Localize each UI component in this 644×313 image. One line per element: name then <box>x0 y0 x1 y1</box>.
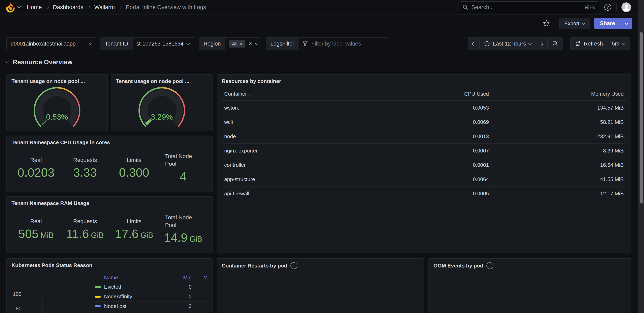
share-menu-button[interactable] <box>621 18 632 29</box>
logo-chevron-down-icon <box>17 5 21 8</box>
refresh-group: Refresh 5m <box>570 38 630 50</box>
series-name: NodeLost <box>104 303 126 309</box>
breadcrumb-home[interactable]: Home <box>27 4 42 11</box>
refresh-icon <box>575 41 581 47</box>
logsfilter-input[interactable] <box>311 41 386 47</box>
app-variable-dropdown[interactable]: d0001ainboxatestmailaapp <box>6 38 96 50</box>
user-avatar[interactable] <box>622 3 631 12</box>
region-clear-all-icon[interactable]: × <box>248 41 252 47</box>
legend-header-name[interactable]: Name <box>95 274 162 281</box>
region-chip-value: All <box>232 41 238 47</box>
refresh-label: Refresh <box>584 41 603 47</box>
favorite-star-button[interactable] <box>542 20 550 27</box>
panel-resources-by-container: Resources by container Container ↓ CPU U… <box>217 74 631 253</box>
column-header-container[interactable]: Container ↓ <box>222 87 356 101</box>
table-cell-container: nginx-exporter <box>222 144 356 158</box>
page-scrollbar-thumb[interactable] <box>640 32 643 203</box>
gauge-value: 0.53% <box>46 113 68 121</box>
breadcrumb-separator-icon <box>46 6 49 9</box>
table-cell-cpu: 0.0053 <box>356 101 492 115</box>
export-label: Export <box>564 20 580 27</box>
table-cell-cpu: 0.0013 <box>356 129 492 144</box>
logsfilter-input-box[interactable] <box>299 38 389 50</box>
series-color-pill <box>95 296 101 298</box>
panel-title[interactable]: Tenant Namespace CPU Usage in cores <box>12 139 110 146</box>
panel-title[interactable]: Container Restarts by pod <box>222 263 287 269</box>
tenant-id-dropdown[interactable]: st-107263-1581634 <box>132 38 195 50</box>
stat-unit: MiB <box>40 231 54 239</box>
legend-header-row: Name Min M <box>95 273 208 282</box>
timeseries-plot: 100 80 60 <box>12 276 92 313</box>
panel-title[interactable]: Tenant usage on node pool ... <box>12 78 85 84</box>
stat-limits: Limits 0.300 <box>110 147 159 187</box>
panel-ram-usage: Tenant Namespace RAM Usage Real 505MiB R… <box>6 196 213 253</box>
info-icon[interactable]: i <box>290 262 297 269</box>
stat-real: Real 0.0203 <box>12 147 60 187</box>
refresh-button[interactable]: Refresh <box>570 38 607 50</box>
panel-title[interactable]: Resources by container <box>222 78 281 84</box>
stat-number: 505 <box>18 227 38 240</box>
breadcrumb-dashboards[interactable]: Dashboards <box>53 4 83 11</box>
panel-title[interactable]: Kubernetes Pods Status Reason <box>12 262 92 268</box>
gauge-visualization: 3.29% <box>111 86 212 130</box>
tenant-id-value: st-107263-1581634 <box>136 41 184 47</box>
legend-series[interactable]: NodeLost <box>95 303 162 309</box>
legend-series[interactable]: Evicted <box>95 284 162 290</box>
stat-value: 0.0203 <box>18 167 54 179</box>
nav-right-cluster: ⌘+k ? <box>458 2 631 13</box>
chevron-left-icon <box>472 42 476 46</box>
series-min-value: 0 <box>162 293 192 300</box>
legend-header-max[interactable]: M <box>192 274 208 281</box>
region-chip[interactable]: All × <box>229 40 245 48</box>
panel-title[interactable]: Tenant Namespace RAM Usage <box>12 200 89 206</box>
stat-number: 14.9 <box>164 231 188 244</box>
table-cell-memory: 16.64 MiB <box>491 158 626 172</box>
time-shift-forward-button[interactable] <box>536 38 548 50</box>
table-cell-cpu: 0.0064 <box>356 172 492 186</box>
table-cell-memory: 134.57 MiB <box>491 101 626 115</box>
panel-tenant-usage-gauge-2: Tenant usage on node pool ... 3.29% <box>111 74 213 131</box>
stat-value: 3.33 <box>73 167 97 179</box>
search-input[interactable] <box>471 4 581 11</box>
legend-series[interactable]: NodeAffinity <box>95 293 162 300</box>
column-header-cpu-used[interactable]: CPU Used <box>356 87 492 101</box>
time-shift-back-button[interactable] <box>468 38 480 50</box>
gridline-vertical <box>64 294 64 313</box>
stat-value: 0.300 <box>119 167 149 179</box>
breadcrumb-separator-icon <box>119 6 122 9</box>
chevron-down-icon <box>89 41 92 45</box>
export-button[interactable]: Export <box>559 18 590 29</box>
stat-visualization: Real 0.0203 Requests 3.33 Limits 0.300 T… <box>12 147 208 187</box>
region-chip-remove-icon[interactable]: × <box>240 41 242 46</box>
panel-title[interactable]: Tenant usage on node pool ... <box>116 78 190 84</box>
breadcrumb-folder[interactable]: Wallarm <box>94 4 115 11</box>
legend-header-min[interactable]: Min <box>162 274 192 281</box>
table-cell-cpu: 0.0005 <box>356 186 492 201</box>
panel-pods-status-reason: Kubernetes Pods Status Reason 100 80 60 … <box>6 258 213 313</box>
zoom-out-time-button[interactable] <box>548 38 563 50</box>
global-search[interactable]: ⌘+k <box>458 2 599 13</box>
info-icon[interactable]: i <box>486 262 493 269</box>
table-cell-memory: 41.55 MiB <box>491 172 626 186</box>
row-resource-overview[interactable]: Resource Overview <box>6 58 72 66</box>
chevron-down-icon <box>255 41 258 45</box>
table-cell-memory: 8.39 MiB <box>491 144 626 158</box>
panel-title[interactable]: OOM Events by pod <box>434 263 483 269</box>
grafana-logo-button[interactable] <box>5 2 20 13</box>
stat-value: 4 <box>180 170 186 182</box>
time-range-label: Last 12 hours <box>493 41 526 47</box>
refresh-interval-dropdown[interactable]: 5m <box>607 38 629 50</box>
gridline-vertical <box>42 294 43 313</box>
search-icon <box>462 5 468 10</box>
column-header-label: CPU Used <box>464 91 489 97</box>
column-header-memory-used[interactable]: Memory Used <box>491 87 626 101</box>
series-min-value: 0 <box>162 303 192 309</box>
stat-number: 17.6 <box>115 227 138 240</box>
share-button[interactable]: Share <box>594 18 621 29</box>
stat-limits: Limits 17.6GiB <box>110 208 159 249</box>
gauge-chart: 3.29% <box>137 86 187 129</box>
region-dropdown[interactable]: All × × <box>225 38 262 50</box>
page-scrollbar-track[interactable] <box>638 0 644 313</box>
time-range-picker[interactable]: Last 12 hours <box>480 38 536 50</box>
help-button[interactable]: ? <box>604 4 612 11</box>
